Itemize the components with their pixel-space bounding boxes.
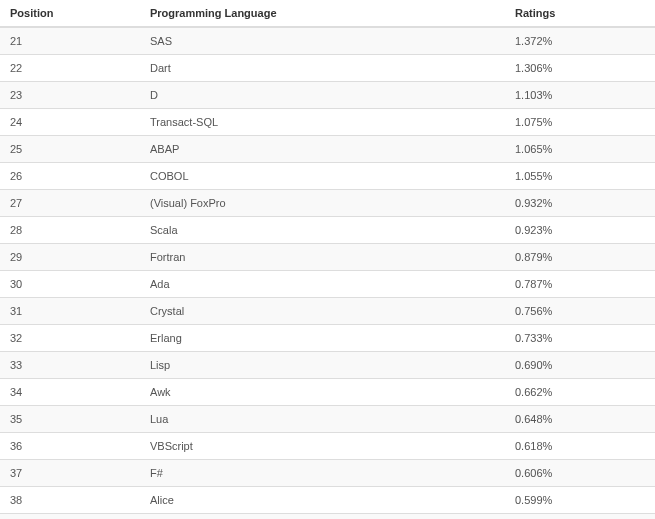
table-row: 22Dart1.306% — [0, 55, 655, 82]
cell-language: Scala — [140, 217, 505, 244]
table-row: 36VBScript0.618% — [0, 433, 655, 460]
cell-language: Prolog — [140, 514, 505, 520]
cell-position: 38 — [0, 487, 140, 514]
cell-language: Lua — [140, 406, 505, 433]
cell-language: ABAP — [140, 136, 505, 163]
cell-ratings: 0.923% — [505, 217, 655, 244]
cell-ratings: 0.879% — [505, 244, 655, 271]
table-row: 25ABAP1.065% — [0, 136, 655, 163]
cell-position: 39 — [0, 514, 140, 520]
cell-ratings: 0.662% — [505, 379, 655, 406]
cell-position: 34 — [0, 379, 140, 406]
language-rankings-table: Position Programming Language Ratings 21… — [0, 0, 655, 519]
header-position: Position — [0, 0, 140, 27]
cell-ratings: 0.787% — [505, 271, 655, 298]
table-row: 30Ada0.787% — [0, 271, 655, 298]
table-header-row: Position Programming Language Ratings — [0, 0, 655, 27]
cell-ratings: 1.075% — [505, 109, 655, 136]
cell-language: COBOL — [140, 163, 505, 190]
cell-ratings: 1.065% — [505, 136, 655, 163]
cell-ratings: 0.606% — [505, 460, 655, 487]
cell-ratings: 1.103% — [505, 82, 655, 109]
cell-language: Erlang — [140, 325, 505, 352]
cell-language: Crystal — [140, 298, 505, 325]
cell-position: 29 — [0, 244, 140, 271]
table-row: 39Prolog0.598% — [0, 514, 655, 520]
table-row: 27(Visual) FoxPro0.932% — [0, 190, 655, 217]
cell-ratings: 1.372% — [505, 27, 655, 55]
cell-ratings: 0.932% — [505, 190, 655, 217]
table-row: 37F#0.606% — [0, 460, 655, 487]
cell-position: 23 — [0, 82, 140, 109]
cell-position: 26 — [0, 163, 140, 190]
table-row: 23D1.103% — [0, 82, 655, 109]
table-row: 38Alice0.599% — [0, 487, 655, 514]
cell-position: 25 — [0, 136, 140, 163]
table-row: 34Awk0.662% — [0, 379, 655, 406]
cell-position: 28 — [0, 217, 140, 244]
cell-language: Awk — [140, 379, 505, 406]
cell-ratings: 0.733% — [505, 325, 655, 352]
cell-position: 37 — [0, 460, 140, 487]
cell-position: 24 — [0, 109, 140, 136]
table-row: 35Lua0.648% — [0, 406, 655, 433]
cell-language: VBScript — [140, 433, 505, 460]
cell-ratings: 0.648% — [505, 406, 655, 433]
cell-ratings: 0.690% — [505, 352, 655, 379]
cell-language: Ada — [140, 271, 505, 298]
cell-language: SAS — [140, 27, 505, 55]
table-body: 21SAS1.372%22Dart1.306%23D1.103%24Transa… — [0, 27, 655, 519]
cell-position: 35 — [0, 406, 140, 433]
header-language: Programming Language — [140, 0, 505, 27]
cell-ratings: 1.055% — [505, 163, 655, 190]
cell-position: 32 — [0, 325, 140, 352]
cell-ratings: 0.598% — [505, 514, 655, 520]
table-row: 26COBOL1.055% — [0, 163, 655, 190]
table-row: 33Lisp0.690% — [0, 352, 655, 379]
cell-position: 27 — [0, 190, 140, 217]
cell-ratings: 0.756% — [505, 298, 655, 325]
header-ratings: Ratings — [505, 0, 655, 27]
cell-language: F# — [140, 460, 505, 487]
cell-position: 33 — [0, 352, 140, 379]
cell-ratings: 0.618% — [505, 433, 655, 460]
table-row: 29Fortran0.879% — [0, 244, 655, 271]
table-row: 24Transact-SQL1.075% — [0, 109, 655, 136]
cell-ratings: 1.306% — [505, 55, 655, 82]
cell-position: 21 — [0, 27, 140, 55]
table-row: 28Scala0.923% — [0, 217, 655, 244]
cell-position: 22 — [0, 55, 140, 82]
table-row: 21SAS1.372% — [0, 27, 655, 55]
cell-language: D — [140, 82, 505, 109]
cell-position: 30 — [0, 271, 140, 298]
cell-language: Lisp — [140, 352, 505, 379]
cell-position: 36 — [0, 433, 140, 460]
cell-language: Fortran — [140, 244, 505, 271]
table-row: 31Crystal0.756% — [0, 298, 655, 325]
table-row: 32Erlang0.733% — [0, 325, 655, 352]
cell-language: (Visual) FoxPro — [140, 190, 505, 217]
cell-language: Alice — [140, 487, 505, 514]
cell-language: Dart — [140, 55, 505, 82]
cell-ratings: 0.599% — [505, 487, 655, 514]
cell-position: 31 — [0, 298, 140, 325]
cell-language: Transact-SQL — [140, 109, 505, 136]
